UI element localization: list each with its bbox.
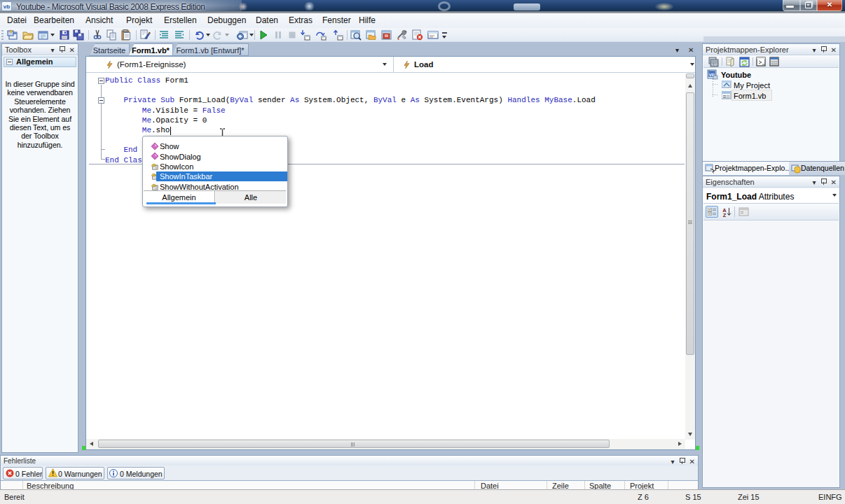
svg-text:+: + [708,211,710,216]
svg-text:Z: Z [723,212,727,217]
